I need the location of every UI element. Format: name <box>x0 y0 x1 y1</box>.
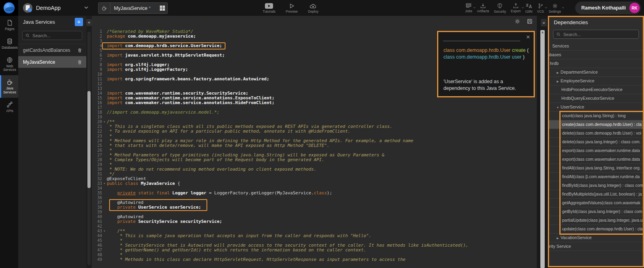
chevron-collapsed-icon[interactable]: ▶ <box>555 234 561 242</box>
service-search-input[interactable] <box>32 33 76 38</box>
method-item[interactable]: create(class com.demoapp.hrdb.User) : cl… <box>549 120 643 129</box>
method-item[interactable]: partialUpdate(class java.lang.Integer, j… <box>549 216 643 225</box>
code-line[interactable]: 41 private SecurityService securityServi… <box>92 219 537 224</box>
fold-marker-icon[interactable]: ▾ <box>102 120 107 124</box>
tree-item-services[interactable]: Services <box>549 42 643 51</box>
method-item[interactable]: getById(class java.lang.Integer) : class… <box>549 207 643 216</box>
dependencies-search[interactable] <box>553 30 639 39</box>
open-file-tab[interactable]: MyJavaService * <box>98 2 168 14</box>
topbar-action-settings[interactable]: Settings <box>549 3 561 13</box>
chevron-expanded-icon[interactable]: ▼ <box>555 103 561 112</box>
code-line[interactable]: 31 */ <box>92 172 537 177</box>
tree-item-security-service[interactable]: Security Service <box>549 242 643 251</box>
method-item[interactable]: export(class com.wavemaker.runtime.data <box>549 146 643 155</box>
code-line[interactable]: 18//import com.demoapp.myjavaservice.mod… <box>92 110 537 115</box>
service-list-item[interactable]: MyJavaService <box>18 56 86 68</box>
fold-gutter <box>102 215 107 219</box>
unsaved-marker: * <box>149 6 151 11</box>
method-item[interactable]: findById(class java.lang.Integer) : clas… <box>549 181 643 190</box>
topbar-action-tutorials[interactable]: Tutorials <box>263 3 275 13</box>
apis-icon <box>6 101 13 108</box>
topbar-action-export[interactable]: Export <box>511 3 521 13</box>
dependencies-search-input[interactable] <box>563 32 627 37</box>
close-icon[interactable]: × <box>526 34 530 40</box>
topbar-action-i18n[interactable]: I18N <box>525 3 532 13</box>
tree-item-vacationservice[interactable]: ▶VacationService <box>549 234 643 242</box>
tree-item-hrdb[interactable]: hrdb <box>549 59 643 68</box>
sidebar-item-web-services[interactable]: Web Services <box>0 53 18 76</box>
line-number: 48 <box>92 253 102 257</box>
fold-marker-icon[interactable]: ▾ <box>102 181 107 186</box>
topbar-action-deploy[interactable]: Deploy <box>308 3 318 13</box>
code-line[interactable]: 33▾public class MyJavaService { <box>92 181 537 186</box>
project-switcher[interactable]: DemoApp <box>23 0 61 16</box>
topbar-action-security[interactable]: Security <box>494 3 506 13</box>
scroll-up-arrow[interactable]: ▲ <box>540 30 545 35</box>
topbar-action-artifacts[interactable]: Artifacts <box>477 3 489 13</box>
tree-item-departmentservice[interactable]: ▶DepartmentService <box>549 68 643 77</box>
code-line[interactable]: 28 * Complex Types/Objects will become p… <box>92 158 537 162</box>
chevron-collapsed-icon[interactable]: ▶ <box>555 77 561 86</box>
tree-item-hrdbqueryexecutorservice[interactable]: HrdbQueryExecutorService <box>549 94 643 103</box>
method-item[interactable]: count(class java.lang.String) : long <box>549 112 643 120</box>
service-list-item[interactable]: getCardsAndBalances <box>18 44 86 56</box>
dependencies-scrollbar[interactable]: ▲ <box>540 30 545 268</box>
code-line[interactable]: 49 * Methods in this class can declare H… <box>92 257 537 262</box>
sidebar-item-java-services[interactable]: Java Services <box>0 75 18 98</box>
fold-marker-icon[interactable]: ▾ <box>102 229 107 234</box>
tree-item-employeeservice[interactable]: ▶EmployeeService <box>549 77 643 86</box>
code-line[interactable]: 36 <box>92 196 537 200</box>
save-icon[interactable] <box>527 18 533 25</box>
editor-settings-icon[interactable] <box>514 18 521 25</box>
method-item[interactable]: export(class com.wavemaker.runtime.data <box>549 155 643 164</box>
code-line[interactable]: 22 * To avoid exposing an API for a part… <box>92 129 537 134</box>
chevron-down-icon[interactable] <box>83 4 89 11</box>
sidebar-item-pages[interactable]: Pages <box>0 16 18 34</box>
collapse-panel-button[interactable]: « <box>86 19 92 26</box>
code-line[interactable]: 44 * This is sample java operation that … <box>92 234 537 238</box>
method-item[interactable]: findAll(class [Lcom.wavemaker.runtime.da <box>549 173 643 181</box>
code-line[interactable]: 35 private static final Logger logger = … <box>92 191 537 196</box>
chevron-down-icon[interactable] <box>544 6 548 10</box>
fold-gutter <box>102 248 107 253</box>
expand-panel-button[interactable]: » <box>541 19 547 27</box>
sidebar-item-databases[interactable]: Databases <box>0 34 18 53</box>
user-menu[interactable]: Ramesh Kothapalli RK <box>575 2 641 14</box>
method-item[interactable]: getAggregatedValues(class com.wavemak <box>549 199 643 207</box>
code-line[interactable]: 42 <box>92 224 537 229</box>
topbar-action-preview[interactable]: Preview <box>286 3 297 13</box>
chevron-down-icon[interactable] <box>521 6 525 10</box>
method-item[interactable]: update(class com.demoapp.hrdb.User) : cl… <box>549 225 643 234</box>
code-line[interactable]: 38 private UserService userService; <box>92 205 537 210</box>
fold-gutter <box>102 105 107 110</box>
service-search[interactable] <box>22 31 82 40</box>
chevron-down-icon[interactable] <box>473 6 476 10</box>
code-line[interactable]: 47 * getUserName() and getUserId() etc w… <box>92 248 537 253</box>
scrollbar-thumb[interactable] <box>87 91 91 188</box>
method-item[interactable]: findAll(class java.lang.String, interfac… <box>549 164 643 173</box>
code-line[interactable]: 16import com.wavemaker.runtime.service.a… <box>92 101 537 105</box>
code-line[interactable]: 39 <box>92 210 537 215</box>
topbar-action-jobs[interactable]: Jobs <box>465 3 472 13</box>
trash-icon[interactable] <box>77 59 82 65</box>
dependencies-title: Dependencies <box>549 17 643 28</box>
code-line[interactable]: 19 <box>92 115 537 120</box>
topbar-action-vcs[interactable]: VCS <box>537 3 544 13</box>
method-item[interactable]: findByMultipleIds(java.util.List, boolea… <box>549 190 643 199</box>
tree-item-hrdbprocedureexecutorservice[interactable]: HrdbProcedureExecutorService <box>549 86 643 94</box>
trash-icon[interactable] <box>77 48 82 53</box>
sidebar-item-apis[interactable]: APIs <box>0 98 18 116</box>
method-item[interactable]: delete(class com.demoapp.hrdb.User) : vo… <box>549 129 643 138</box>
layout-grid-icon[interactable] <box>157 3 167 13</box>
tree-item-databases[interactable]: Databases <box>549 51 643 59</box>
chevron-down-icon[interactable] <box>561 6 565 10</box>
add-service-button[interactable]: + <box>75 18 83 26</box>
chevron-collapsed-icon[interactable]: ▶ <box>555 68 561 77</box>
editor-left-scrollbar[interactable] <box>87 32 91 265</box>
tree-item-userservice[interactable]: ▼UserService <box>549 103 643 112</box>
method-item[interactable]: delete(class java.lang.Integer) : class … <box>549 138 643 146</box>
code-line[interactable]: 25 * that starts with delete/remove, wil… <box>92 143 537 148</box>
action-label: Tutorials <box>263 10 275 13</box>
app-logo[interactable] <box>0 0 18 16</box>
code-line[interactable]: 30 * NOTE: We do not recommend using met… <box>92 167 537 172</box>
